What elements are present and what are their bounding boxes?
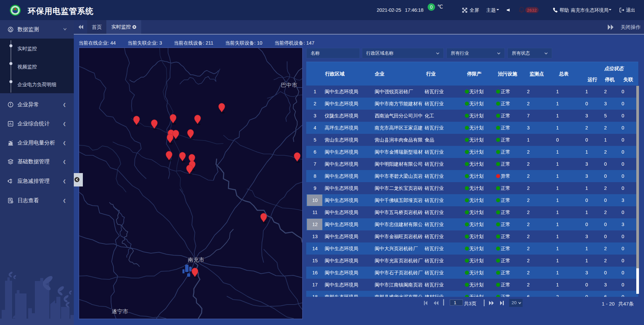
svg-text:遂宁市: 遂宁市 (112, 309, 128, 314)
svg-text:巴中市: 巴中市 (281, 82, 298, 88)
svg-text:南充市: 南充市 (188, 257, 205, 263)
